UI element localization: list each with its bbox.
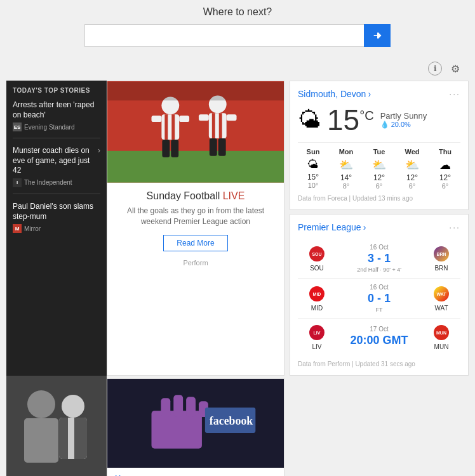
match-status: 2nd Half · 90' + 4' (336, 267, 422, 273)
weather-icon: 🌤 (298, 107, 321, 133)
weather-description: Partly Sunny (380, 111, 427, 121)
forecast-lo: 6° (364, 182, 394, 190)
forecast-hi: 12° (430, 173, 460, 182)
weather-more-button[interactable]: ··· (449, 89, 460, 99)
league-footer: Data from Perform | Updated 31 secs ago (298, 360, 460, 367)
match-center: 16 Oct 3 - 1 2nd Half · 90' + 4' (336, 244, 422, 273)
match-date: 16 Oct (336, 284, 422, 291)
right-column: Sidmouth, Devon › ··· 🌤 15°C Partly Sunn… (284, 81, 469, 376)
svg-rect-19 (107, 82, 284, 101)
away-team: BRN BRN (422, 245, 460, 272)
svg-rect-4 (161, 114, 179, 140)
away-team: WAT WAT (422, 285, 460, 312)
weather-location[interactable]: Sidmouth, Devon › (298, 89, 371, 99)
svg-rect-18 (218, 138, 226, 156)
svg-rect-14 (219, 113, 222, 138)
weather-header: Sidmouth, Devon › ··· (298, 89, 460, 99)
story-headline-1[interactable]: Arrests after teen 'raped on beach' (13, 100, 100, 120)
search-input[interactable] (84, 24, 364, 47)
svg-rect-16 (227, 114, 237, 121)
gear-icon[interactable]: ⚙ (448, 62, 462, 76)
football-article-body: Sunday Football LIVE All the goals as th… (107, 183, 284, 274)
match-center: 17 Oct 20:00 GMT (336, 326, 422, 348)
forecast-day: Wed ⛅ 12° 6° (397, 148, 427, 190)
forecast-day-name: Sun (298, 148, 328, 155)
svg-rect-31 (186, 397, 196, 417)
celebrity-panel: o married in (6, 376, 107, 476)
forecast-hi: 14° (331, 173, 361, 182)
weather-desc-block: Partly Sunny 💧 20.0% (380, 111, 427, 129)
league-title[interactable]: Premier League › (298, 222, 366, 232)
es-logo: ES (13, 122, 22, 131)
forecast-day-name: Tue (364, 148, 394, 155)
svg-rect-17 (210, 138, 217, 156)
celebrity-overlay: o married in (6, 376, 107, 476)
football-article: Sunday Football LIVE All the goals as th… (107, 81, 284, 376)
info-icon[interactable]: ℹ (428, 62, 442, 76)
story-source-1: ES Evening Standard (13, 122, 100, 131)
matches-container: SOU SOU 16 Oct 3 - 1 2nd Half · 90' + 4'… (298, 239, 460, 355)
svg-rect-8 (179, 116, 189, 122)
svg-rect-5 (164, 114, 168, 140)
forecast-hi: 12° (364, 173, 394, 182)
football-provider: Perform (115, 259, 276, 267)
source-name-2: The Independent (24, 179, 72, 186)
svg-rect-15 (199, 114, 209, 121)
away-badge: BRN (432, 245, 450, 263)
weather-footer: Data from Foreca | Updated 13 mins ago (298, 195, 460, 202)
match-row: LIV LIV 17 Oct 20:00 GMT MUN MUN (298, 319, 460, 355)
arrow-right-icon (372, 30, 382, 41)
forecast-lo: 10° (298, 182, 328, 189)
svg-rect-13 (212, 113, 215, 138)
match-center: 16 Oct 0 - 1 FT (336, 284, 422, 313)
svg-rect-29 (161, 398, 170, 417)
mirror-logo: M (13, 224, 22, 233)
home-team: SOU SOU (298, 245, 336, 272)
celebrity-svg (6, 376, 107, 476)
home-team: LIV LIV (298, 324, 336, 350)
forecast-icon: 🌤 (298, 158, 328, 171)
main-grid: TODAY'S TOP STORIES Arrests after teen '… (0, 81, 475, 476)
match-date: 16 Oct (336, 244, 422, 251)
home-name: SOU (310, 265, 324, 272)
forecast-icon: ☁ (430, 158, 460, 172)
forecast-hi: 15° (298, 173, 328, 182)
forecast-day: Thu ☁ 12° 6° (430, 148, 460, 190)
facebook-scene: facebook (107, 379, 284, 468)
away-badge: MUN (432, 324, 450, 341)
forecast-lo: 8° (331, 182, 361, 190)
svg-rect-10 (171, 140, 178, 157)
svg-rect-26 (68, 418, 74, 459)
forecast-hi: 12° (397, 173, 427, 182)
search-button[interactable] (364, 24, 391, 47)
svg-rect-7 (152, 116, 162, 122)
story-item-2: Munster coach dies on eve of game, aged … (13, 146, 100, 194)
league-more-button[interactable]: ··· (449, 222, 460, 232)
home-badge: SOU (308, 245, 326, 263)
home-name: MID (311, 305, 323, 312)
forecast-day-name: Thu (430, 148, 460, 155)
facebook-svg: facebook (107, 379, 284, 468)
top-stories-panel: TODAY'S TOP STORIES Arrests after teen '… (6, 81, 107, 376)
read-more-button[interactable]: Read More (163, 235, 227, 251)
forecast-day: Sun 🌤 15° 10° (298, 148, 328, 190)
football-scene (107, 81, 284, 183)
forecast-icon: ⛅ (397, 158, 427, 172)
story-headline-2[interactable]: Munster coach dies on eve of game, aged … (13, 146, 98, 176)
facebook-image: facebook (107, 379, 284, 468)
icons-row: ℹ ⚙ (0, 56, 475, 81)
match-score: 0 - 1 (336, 292, 422, 305)
football-article-title: Sunday Football LIVE (115, 190, 276, 202)
svg-rect-12 (209, 113, 227, 138)
svg-point-23 (62, 395, 84, 418)
forecast-day: Mon ⛅ 14° 8° (331, 148, 361, 190)
match-score: 3 - 1 (336, 252, 422, 265)
svg-point-21 (27, 390, 55, 418)
match-date: 17 Oct (336, 326, 422, 333)
svg-rect-9 (162, 140, 170, 157)
svg-rect-6 (171, 114, 175, 140)
forecast-day: Tue ⛅ 12° 6° (364, 148, 394, 190)
story-headline-3[interactable]: Paul Daniel's son slams step-mum (13, 202, 100, 221)
match-score: 20:00 GMT (336, 334, 422, 347)
forecast-icon: ⛅ (331, 158, 361, 172)
